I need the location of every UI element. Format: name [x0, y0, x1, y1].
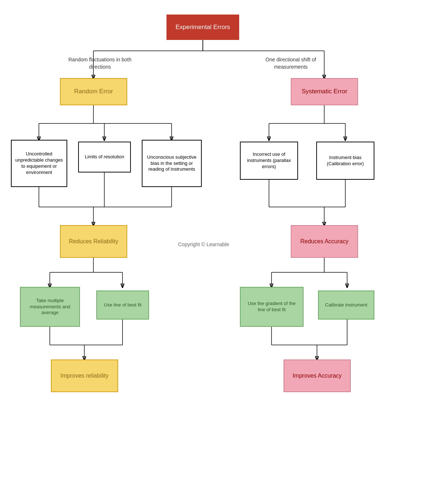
- use-gradient-node: Use the gradient of the line of best fit: [240, 287, 304, 327]
- improves-accuracy-node: Improves Accuracy: [284, 359, 351, 392]
- calibrate-node: Calibrate instrument: [318, 290, 374, 320]
- unconscious-bias-node: Unconscious subjective bias in the setti…: [142, 140, 202, 187]
- improves-reliability-node: Improves reliability: [51, 359, 118, 392]
- use-line-best-fit-node: Use line of best fit: [96, 290, 149, 320]
- reduces-accuracy-node: Reduces Accuracy: [291, 225, 358, 258]
- limits-resolution-node: Limits of resolution: [78, 142, 131, 172]
- take-multiple-node: Take multiple measurements and average: [20, 287, 80, 327]
- diagram: Experimental Errors Random Error Systema…: [0, 0, 442, 504]
- reduces-reliability-node: Reduces Reliability: [60, 225, 127, 258]
- random-error-node: Random Error: [60, 78, 127, 105]
- systematic-description-label: One directional shift of measurements: [254, 56, 327, 70]
- systematic-error-node: Systematic Error: [291, 78, 358, 105]
- incorrect-use-node: Incorrect use of instruments (parallax e…: [240, 142, 298, 180]
- copyright-label: Copyright © Learnable: [178, 241, 229, 247]
- experimental-errors-node: Experimental Errors: [166, 15, 239, 40]
- uncontrolled-node: Uncontrolled unpredictable changes to eq…: [11, 140, 67, 187]
- random-description-label: Random fluctuations in both directions: [67, 56, 133, 70]
- instrument-bias-node: Instrument bias (Calibration error): [316, 142, 374, 180]
